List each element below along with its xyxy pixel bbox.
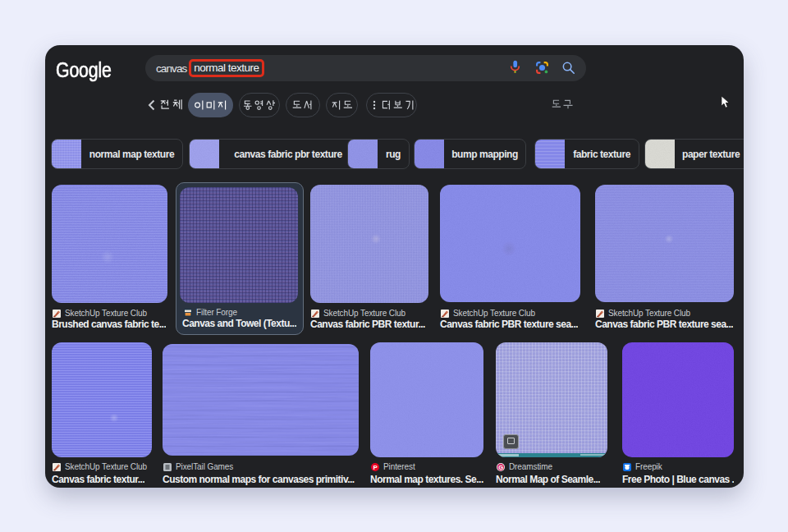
svg-text:P: P xyxy=(373,463,378,470)
svg-text:G: G xyxy=(498,463,503,470)
